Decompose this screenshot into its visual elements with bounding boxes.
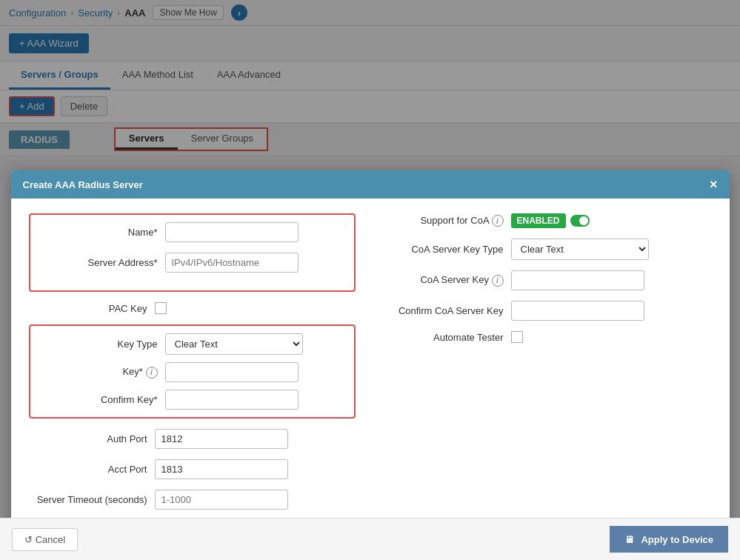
modal-close-button[interactable]: ×	[710, 178, 718, 191]
confirm-key-input[interactable]	[165, 390, 299, 410]
key-info-icon: i	[146, 367, 158, 379]
key-label: Key* i	[39, 366, 158, 379]
confirm-coa-key-label: Confirm CoA Server Key	[385, 305, 504, 316]
coa-key-type-row: CoA Server Key Type Clear Text Encrypted	[385, 239, 712, 260]
coa-key-input[interactable]	[511, 270, 644, 290]
pac-key-checkbox[interactable]	[155, 302, 167, 314]
toggle-switch[interactable]	[570, 215, 590, 227]
cancel-button[interactable]: Cancel	[12, 528, 78, 551]
server-address-label: Server Address*	[39, 257, 158, 268]
support-coa-label: Support for CoA i	[385, 215, 504, 227]
name-row: Name*	[39, 222, 345, 242]
coa-key-type-select[interactable]: Clear Text Encrypted	[511, 239, 649, 260]
automate-tester-label: Automate Tester	[385, 332, 504, 343]
coa-key-label: CoA Server Key i	[385, 274, 504, 287]
automate-tester-checkbox[interactable]	[511, 331, 523, 343]
name-input[interactable]	[165, 222, 299, 242]
automate-tester-row: Automate Tester	[385, 331, 712, 343]
toggle-enabled-label: ENABLED	[511, 213, 566, 228]
apply-to-device-button[interactable]: 🖥 Apply to Device	[610, 526, 728, 553]
coa-key-row: CoA Server Key i	[385, 270, 712, 290]
acct-port-label: Acct Port	[29, 464, 147, 475]
key-type-label: Key Type	[39, 339, 158, 350]
key-type-select[interactable]: Clear Text Encrypted	[165, 333, 303, 355]
apply-icon: 🖥	[624, 534, 634, 545]
key-row: Key* i	[39, 362, 345, 382]
key-input[interactable]	[165, 362, 299, 382]
auth-port-label: Auth Port	[29, 433, 147, 444]
pac-key-label: PAC Key	[29, 303, 147, 314]
name-label: Name*	[39, 227, 158, 238]
modal-body: Name* Server Address* PAC Key Key Type	[11, 199, 730, 560]
auth-port-input[interactable]	[155, 429, 288, 449]
name-server-group: Name* Server Address*	[29, 213, 356, 292]
modal-left-col: Name* Server Address* PAC Key Key Type	[29, 213, 356, 550]
server-address-input[interactable]	[165, 253, 299, 273]
confirm-key-label: Confirm Key*	[39, 394, 158, 405]
auth-port-row: Auth Port	[29, 429, 356, 449]
support-coa-row: Support for CoA i ENABLED	[385, 213, 712, 228]
apply-label: Apply to Device	[641, 534, 713, 545]
coa-key-type-label: CoA Server Key Type	[385, 244, 504, 255]
coa-key-info-icon: i	[492, 275, 504, 287]
acct-port-input[interactable]	[155, 459, 288, 479]
create-aaa-radius-server-modal: Create AAA Radius Server × Name* Server …	[11, 170, 730, 560]
modal-footer: Cancel 🖥 Apply to Device	[0, 518, 740, 560]
coa-info-icon: i	[492, 215, 504, 227]
modal-title: Create AAA Radius Server	[23, 179, 143, 190]
modal-header: Create AAA Radius Server ×	[11, 170, 730, 199]
key-group: Key Type Clear Text Encrypted Key* i Con…	[29, 324, 356, 419]
server-timeout-label: Server Timeout (seconds)	[29, 494, 147, 505]
modal-right-col: Support for CoA i ENABLED CoA Server Key…	[385, 213, 712, 550]
pac-key-row: PAC Key	[29, 302, 356, 314]
server-timeout-row: Server Timeout (seconds)	[29, 490, 356, 510]
key-type-row: Key Type Clear Text Encrypted	[39, 333, 345, 355]
confirm-key-row: Confirm Key*	[39, 390, 345, 410]
confirm-coa-key-input[interactable]	[511, 301, 644, 321]
acct-port-row: Acct Port	[29, 459, 356, 479]
server-address-row: Server Address*	[39, 253, 345, 273]
confirm-coa-key-row: Confirm CoA Server Key	[385, 301, 712, 321]
support-coa-toggle-group[interactable]: ENABLED	[511, 213, 590, 228]
server-timeout-input[interactable]	[155, 490, 288, 510]
